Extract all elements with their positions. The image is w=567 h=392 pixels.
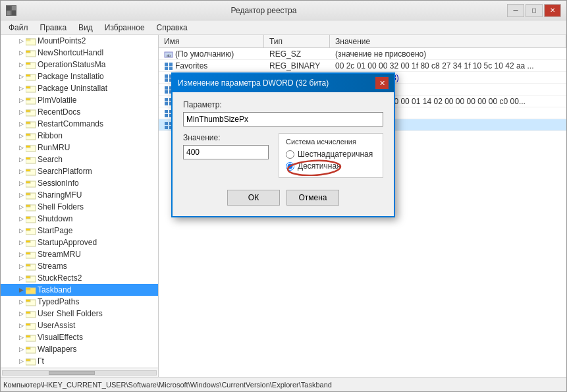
tree-item-search[interactable]: ▷ Search <box>1 154 158 165</box>
menu-bar: Файл Правка Вид Избранное Справка <box>1 20 566 35</box>
svg-rect-54 <box>26 323 30 325</box>
tree-label: SharingMFU <box>38 190 82 200</box>
expander-icon: ▷ <box>16 310 26 317</box>
tree-item-newshortcut[interactable]: ▷ NewShortcutHandl <box>1 47 158 59</box>
svg-rect-0 <box>7 6 11 10</box>
radio-hex[interactable] <box>286 150 294 159</box>
expander-icon: ▷ <box>16 109 26 115</box>
svg-rect-2 <box>7 11 11 15</box>
radio-hex-item[interactable]: Шестнадцатеричная <box>286 150 376 159</box>
menu-file[interactable]: Файл <box>3 22 34 34</box>
svg-rect-32 <box>26 193 30 195</box>
tree-item-streammru[interactable]: ▷ StreamMRU <box>1 248 158 260</box>
svg-rect-28 <box>26 169 30 171</box>
tree-item-typedpaths[interactable]: ▷ TypedPaths <box>1 296 158 308</box>
ok-button[interactable]: ОК <box>227 190 280 206</box>
tree-item-pkguninstall[interactable]: ▷ Package Uninstallat <box>1 82 158 94</box>
folder-icon <box>26 108 36 117</box>
cancel-button[interactable]: Отмена <box>286 190 339 206</box>
folder-icon <box>26 274 36 283</box>
tree-item-searchplatform[interactable]: ▷ SearchPlatform <box>1 165 158 177</box>
tree-item-startupapproved[interactable]: ▷ StartupApproved <box>1 237 158 248</box>
dword-edit-dialog[interactable]: Изменение параметра DWORD (32 бита) ✕ Па… <box>171 72 395 217</box>
tree-item-runmru[interactable]: ▷ RunMRU <box>1 142 158 154</box>
tree-label: TypedPaths <box>38 297 79 306</box>
title-bar: Редактор реестра ─ □ ✕ <box>1 1 566 20</box>
value-input[interactable] <box>183 145 269 159</box>
tree-item-plmvolatile[interactable]: ▷ PlmVolatile <box>1 94 158 106</box>
tree-label: RestartCommands <box>38 119 103 128</box>
window-controls: ─ □ ✕ <box>507 4 561 17</box>
folder-icon-open <box>26 286 36 294</box>
folder-icon <box>26 191 36 200</box>
tree-item-userassist[interactable]: ▷ UserAssist <box>1 320 158 331</box>
svg-rect-3 <box>12 11 16 15</box>
tree-item-last[interactable]: ▷ Гt <box>1 355 158 367</box>
svg-rect-71 <box>165 86 168 90</box>
tree-label: StartupApproved <box>38 238 97 247</box>
svg-rect-18 <box>26 110 30 112</box>
tree-label: Streams <box>38 262 67 271</box>
value-type-favorites: REG_BINARY <box>264 61 330 71</box>
value-row-favorites[interactable]: Favorites REG_BINARY 00 2c 01 00 00 32 0… <box>159 60 566 72</box>
radio-dec-item[interactable]: Десятичная <box>286 161 376 171</box>
menu-favorites[interactable]: Избранное <box>99 22 150 34</box>
tree-item-mountpoints2[interactable]: ▷ MountPoints2 <box>1 35 158 47</box>
tree-label: RecentDocs <box>38 107 80 117</box>
svg-rect-83 <box>165 122 168 125</box>
close-button[interactable]: ✕ <box>544 4 561 17</box>
tree-item-stuckrects2[interactable]: ▷ StuckRects2 <box>1 272 158 284</box>
svg-rect-64 <box>169 63 173 66</box>
window-title: Редактор реестра <box>20 6 507 15</box>
folder-icon <box>26 298 36 306</box>
tree-item-taskband[interactable]: ▶ Taskband <box>1 284 158 296</box>
tree-item-shellfolders[interactable]: ▷ Shell Folders <box>1 201 158 213</box>
status-path: Компьютер\HKEY_CURRENT_USER\Software\Mic… <box>3 381 332 389</box>
folder-icon <box>26 250 36 259</box>
value-name-default[interactable]: ab (По умолчанию) <box>159 49 264 59</box>
tree-item-operstatus[interactable]: ▷ OperationStatusMa <box>1 59 158 70</box>
folder-icon <box>26 322 36 330</box>
tree-item-pkginstall[interactable]: ▷ Package Installatio <box>1 70 158 82</box>
scroll-thumb[interactable] <box>49 371 95 375</box>
tree-item-startpage[interactable]: ▷ StartPage <box>1 225 158 237</box>
default-reg-icon: ab <box>164 49 173 59</box>
tree-horizontal-scrollbar[interactable] <box>1 368 158 377</box>
param-input[interactable] <box>183 112 383 126</box>
tree-label: Package Installatio <box>38 72 104 81</box>
menu-help[interactable]: Справка <box>151 22 193 34</box>
value-type-default: REG_SZ <box>264 49 330 59</box>
menu-edit[interactable]: Правка <box>35 22 72 34</box>
svg-rect-77 <box>165 102 168 105</box>
scroll-track[interactable] <box>2 370 157 376</box>
tree-item-recentdocs[interactable]: ▷ RecentDocs <box>1 106 158 118</box>
tree-item-wallpapers[interactable]: ▷ Wallpapers <box>1 343 158 355</box>
radio-decimal[interactable] <box>286 162 294 171</box>
svg-rect-50 <box>26 300 30 302</box>
svg-rect-66 <box>169 67 173 70</box>
param-label: Параметр: <box>183 100 383 109</box>
tree-item-sharingmfu[interactable]: ▷ SharingMFU <box>1 189 158 201</box>
tree-item-usershellfolders[interactable]: ▷ User Shell Folders <box>1 308 158 320</box>
dialog-title-text: Изменение параметра DWORD (32 бита) <box>178 78 329 88</box>
value-row-default[interactable]: ab (По умолчанию) REG_SZ (значение не пр… <box>159 48 566 60</box>
svg-rect-24 <box>26 146 30 148</box>
maximize-button[interactable]: □ <box>526 4 543 17</box>
menu-view[interactable]: Вид <box>73 22 98 34</box>
folder-icon <box>26 357 36 366</box>
col-header-value: Значение <box>330 35 566 47</box>
folder-icon <box>26 333 36 342</box>
tree-label: User Shell Folders <box>38 309 103 318</box>
tree-item-sessioninfo[interactable]: ▷ SessionInfo <box>1 177 158 189</box>
value-name-favorites[interactable]: Favorites <box>159 61 264 71</box>
tree-item-visualeffects[interactable]: ▷ VisualEffects <box>1 331 158 343</box>
tree-view[interactable]: ▷ MountPoints2 ▷ NewShortcutHandl ▷ Oper… <box>1 35 158 368</box>
tree-item-shutdown[interactable]: ▷ Shutdown <box>1 213 158 225</box>
tree-item-streams[interactable]: ▷ Streams <box>1 260 158 272</box>
minimize-button[interactable]: ─ <box>507 4 524 17</box>
tree-label: SessionInfo <box>38 179 79 188</box>
dialog-close-button[interactable]: ✕ <box>375 77 389 89</box>
folder-icon <box>26 37 36 45</box>
tree-item-restartcmds[interactable]: ▷ RestartCommands <box>1 118 158 130</box>
tree-item-ribbon[interactable]: ▷ Ribbon <box>1 130 158 142</box>
